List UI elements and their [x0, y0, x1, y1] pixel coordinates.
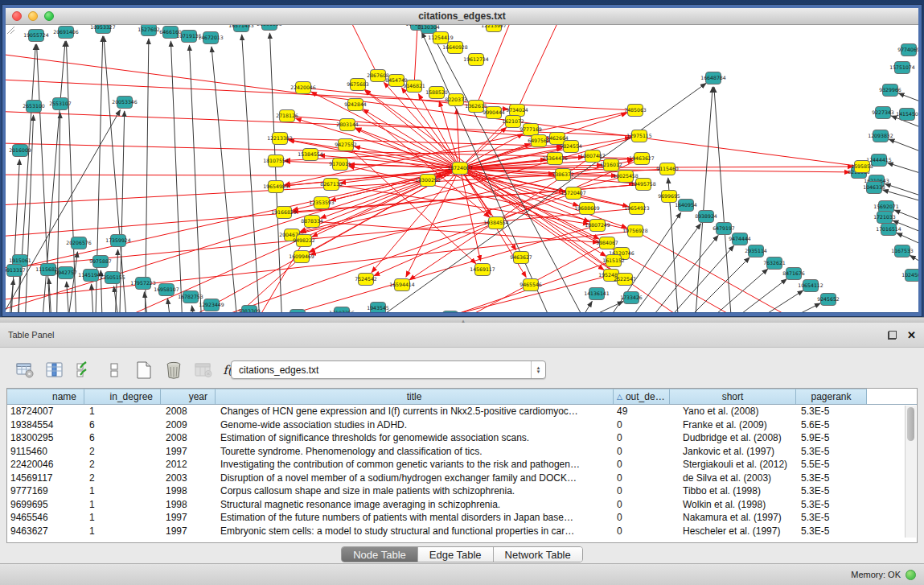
panel-splitter[interactable]: ▴	[0, 317, 924, 323]
graph-node[interactable]: 9734024	[506, 105, 528, 117]
graph-node[interactable]: 14136141	[584, 288, 610, 300]
dropdown-stepper-icon[interactable]: ▲▼	[531, 361, 545, 378]
graph-node[interactable]: 16958107	[154, 284, 179, 296]
graph-node[interactable]: 2718126	[276, 110, 298, 122]
graph-edge[interactable]	[331, 168, 460, 200]
graph-node[interactable]: 1527602	[138, 25, 160, 36]
graph-node[interactable]: 9465546	[519, 279, 542, 291]
graph-node[interactable]: 1721033	[873, 212, 896, 224]
table-row[interactable]: 946554611997Estimation of the future num…	[7, 511, 917, 525]
graph-node[interactable]: 19055724	[23, 30, 49, 42]
graph-node[interactable]: 16571433	[228, 25, 254, 32]
graph-edge[interactable]	[521, 302, 623, 312]
graph-node[interactable]: 12213997	[481, 25, 507, 32]
graph-node[interactable]: 7386372	[552, 169, 574, 181]
graph-node[interactable]: 9115460	[656, 163, 679, 175]
graph-node[interactable]: 20691406	[53, 27, 79, 39]
graph-edge[interactable]	[104, 36, 129, 312]
tab-edge-table[interactable]: Edge Table	[418, 547, 494, 562]
table-row[interactable]: 1938455462009Genome-wide association stu…	[7, 418, 917, 432]
graph-edge[interactable]	[170, 41, 183, 312]
graph-node[interactable]: 7485063	[624, 105, 647, 117]
graph-edge[interactable]	[414, 25, 418, 86]
graph-node[interactable]: 13505155	[100, 272, 125, 284]
graph-node[interactable]: 1595858	[851, 161, 873, 173]
graph-edge[interactable]	[898, 93, 918, 106]
graph-edge[interactable]	[167, 299, 174, 312]
graph-node[interactable]: 9984067	[596, 237, 618, 249]
network-window-titlebar[interactable]: citations_edges.txt	[6, 8, 918, 25]
graph-node[interactable]: 1615152	[602, 255, 625, 267]
graph-node[interactable]: 2803144	[336, 119, 359, 131]
graph-node[interactable]: 9383309	[238, 306, 261, 313]
graph-node[interactable]: 14672013	[198, 32, 224, 44]
graph-node[interactable]: 9170011	[329, 159, 351, 171]
graph-edge[interactable]	[6, 50, 862, 167]
column-header-out_de[interactable]: △out_de…	[614, 389, 670, 404]
graph-node[interactable]: 7524542	[355, 274, 377, 286]
graph-node[interactable]: 12353593	[309, 197, 335, 209]
graph-node[interactable]: 9498222	[293, 235, 315, 247]
graph-node[interactable]: 19166829	[271, 207, 297, 219]
graph-edge[interactable]	[346, 25, 378, 76]
table-row[interactable]: 2242004622012Investigating the contribut…	[7, 458, 917, 472]
graph-node[interactable]: 14569117	[470, 264, 495, 276]
graph-node[interactable]: 17957223	[130, 278, 156, 290]
graph-edge[interactable]	[910, 256, 918, 269]
graph-node[interactable]: 19654923	[624, 203, 650, 215]
graph-node[interactable]: 9777169	[519, 124, 542, 136]
minimize-window-icon[interactable]	[28, 11, 38, 21]
graph-node[interactable]: 9824554	[560, 141, 582, 153]
table-row[interactable]: 1872400712008Changes of HCN gene express…	[7, 405, 917, 418]
graph-node[interactable]: 9227343	[872, 107, 894, 119]
graph-edge[interactable]	[114, 286, 122, 312]
graph-node[interactable]: 9427552	[335, 139, 357, 151]
graph-edge[interactable]	[189, 45, 203, 312]
column-header-short[interactable]: short	[670, 389, 796, 404]
table-selector-dropdown[interactable]: citations_edges.txt ▲▼	[231, 360, 546, 379]
graph-node[interactable]: 6497568	[528, 135, 550, 147]
table-row[interactable]: 1456911722003Disruption of a novel membe…	[7, 472, 917, 485]
graph-node[interactable]: 6479197	[713, 223, 735, 235]
graph-edge[interactable]	[697, 279, 786, 312]
graph-edge[interactable]	[517, 25, 563, 110]
graph-edge[interactable]	[714, 290, 803, 312]
graph-node[interactable]: 1415450	[896, 109, 918, 121]
graph-node[interactable]: 9990444	[483, 107, 505, 119]
graph-node[interactable]: 18807249	[585, 220, 610, 232]
graph-node[interactable]: 20531815	[257, 25, 282, 31]
tab-node-table[interactable]: Node Table	[342, 547, 418, 562]
graph-node[interactable]: 9942757	[55, 267, 77, 279]
graph-node[interactable]: 2522547	[614, 274, 636, 286]
graph-node[interactable]: 1640954	[675, 200, 697, 212]
graph-node[interactable]: 20053346	[112, 97, 138, 109]
graph-node[interactable]: 1046338	[863, 182, 885, 194]
column-header-name[interactable]: name	[7, 389, 84, 404]
graph-node[interactable]: 9474444	[729, 233, 751, 245]
citation-network-graph[interactable]: 1872400719055724206914061095332715276026…	[6, 25, 918, 312]
graph-edge[interactable]	[6, 110, 121, 312]
graph-node[interactable]: 8878334	[301, 216, 323, 228]
graph-node[interactable]: 1024502	[901, 270, 918, 282]
table-scrollbar-thumb[interactable]	[907, 407, 914, 441]
graph-node[interactable]: 1167533	[891, 245, 914, 257]
graph-edge[interactable]	[161, 225, 598, 312]
graph-node[interactable]: 8471676	[782, 268, 805, 280]
select-columns-icon[interactable]	[44, 360, 65, 381]
column-header-title[interactable]: title	[216, 389, 614, 404]
graph-node[interactable]: 16594414	[389, 279, 415, 291]
row-tools-icon[interactable]	[104, 360, 125, 381]
column-header-year[interactable]: year	[161, 389, 216, 404]
graph-node[interactable]: 19756928	[622, 225, 648, 237]
graph-node[interactable]: 1733426	[620, 292, 643, 304]
table-options-icon[interactable]	[14, 360, 35, 381]
graph-node[interactable]: 2935114	[745, 245, 767, 257]
graph-node[interactable]: 12213383	[267, 133, 293, 145]
graph-edge[interactable]	[242, 35, 261, 312]
graph-node[interactable]: 17359924	[105, 235, 131, 247]
graph-node[interactable]: 9975887	[89, 256, 112, 268]
graph-node[interactable]: 2653100	[23, 101, 45, 113]
graph-node[interactable]: 12093832	[868, 130, 893, 142]
table-row[interactable]: 969969511998Structural magnetic resonanc…	[7, 498, 917, 512]
graph-edge[interactable]	[92, 284, 95, 312]
